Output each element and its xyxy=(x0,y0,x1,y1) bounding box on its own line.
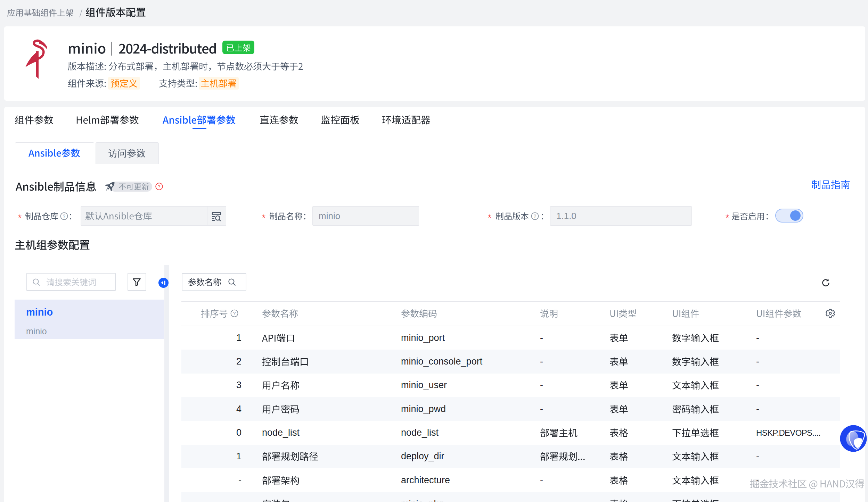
svg-text:?: ? xyxy=(63,214,66,219)
svg-text:?: ? xyxy=(534,214,537,219)
svg-text:?: ? xyxy=(233,311,236,316)
svg-text:?: ? xyxy=(158,184,161,189)
